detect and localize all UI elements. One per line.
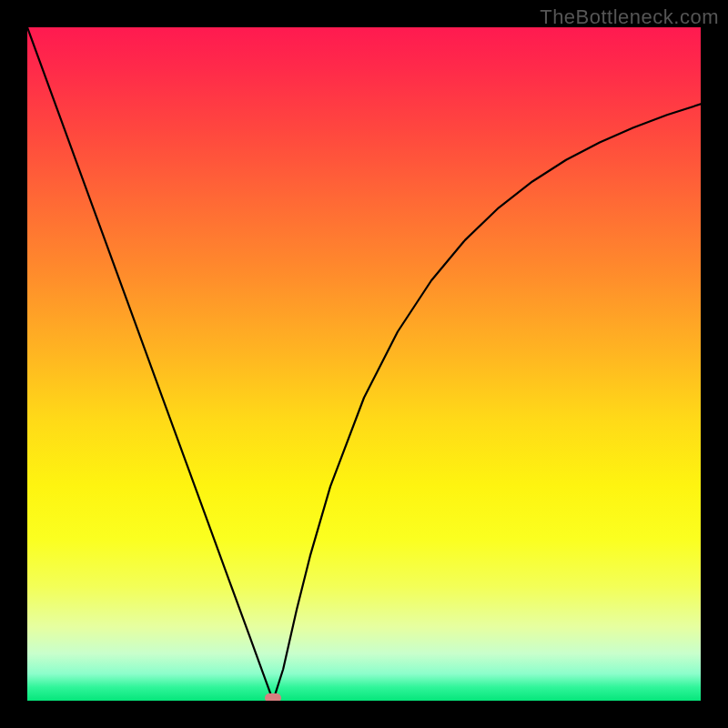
- bottleneck-curve: [27, 27, 701, 701]
- chart-plot-area: [27, 27, 701, 701]
- balance-point-marker: [265, 693, 281, 701]
- watermark-text: TheBottleneck.com: [540, 5, 719, 29]
